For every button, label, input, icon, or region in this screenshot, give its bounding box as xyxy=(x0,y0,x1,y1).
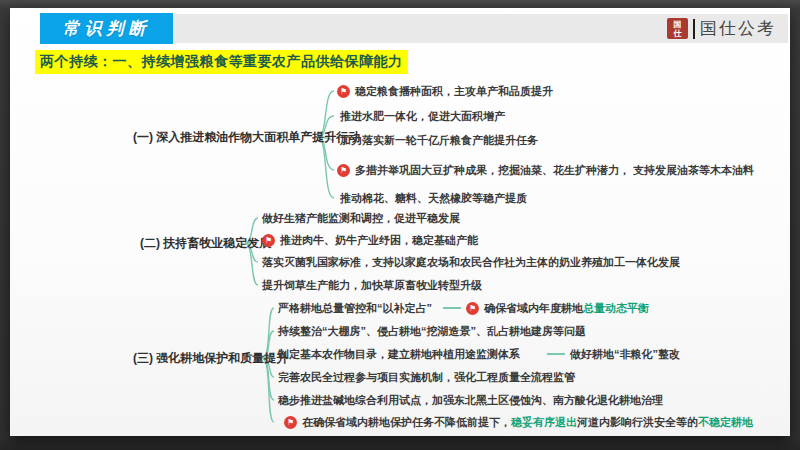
map-item: 稳步推进盐碱地综合利用试点，加强东北黑土区侵蚀沟、南方酸化退化耕地治理 xyxy=(278,393,663,407)
map-item-line-1: 多措并举巩固大豆扩种成果，挖掘油菜、花生扩种潜力， xyxy=(355,164,630,176)
map-item-text: 稳定粮食播种面积，主攻单产和品质提升 xyxy=(355,84,553,98)
map-item-text: 提升饲草生产能力，加快草原畜牧业转型升级 xyxy=(262,278,482,292)
map-item-text: 完善农民全过程参与项目实施机制，强化工程质量全流程监管 xyxy=(278,370,575,384)
map-item: 制定基本农作物目录，建立耕地种植用途监测体系 做好耕地“非粮化”整改 xyxy=(278,347,680,361)
brand-logo: 国 仕 国仕公考 xyxy=(667,14,776,43)
map-item: 加力落实新一轮千亿斤粮食产能提升任务 xyxy=(340,133,538,147)
map-item: 做好生猪产能监测和调控，促进平稳发展 xyxy=(262,211,460,225)
slide-title: 两个持续：一、持续增强粮食等重要农产品供给保障能力 xyxy=(35,50,408,74)
map-item: ⚑ 稳定粮食播种面积，主攻单产和品质提升 xyxy=(337,84,553,98)
section-banner-label: 常识判断 xyxy=(63,17,151,40)
map-item-text: 推进水肥一体化，促进大面积增产 xyxy=(340,109,505,123)
flag-marker-icon: ⚑ xyxy=(337,85,350,98)
branch-2-label: (二) 扶持畜牧业稳定发展 xyxy=(140,235,271,252)
brand-name: 国仕公考 xyxy=(700,17,776,40)
map-item-line-2: 支持发展油茶等木本油料 xyxy=(633,164,754,176)
brand-seal-icon: 国 仕 xyxy=(667,18,688,39)
map-item: 推动棉花、糖料、天然橡胶等稳产提质 xyxy=(340,191,527,205)
map-item-note: 确保省域内年度耕地总量动态平衡 xyxy=(484,301,649,315)
note-text: 确保省域内年度耕地 xyxy=(484,302,583,314)
flag-marker-icon: ⚑ xyxy=(284,416,297,429)
map-item-text: 多措并举巩固大豆扩种成果，挖掘油菜、花生扩种潜力， 支持发展油茶等木本油料 xyxy=(355,163,754,177)
map-item: ⚑ 推进肉牛、奶牛产业纾困，稳定基础产能 xyxy=(262,233,478,247)
map-item: 提升饲草生产能力，加快草原畜牧业转型升级 xyxy=(262,278,482,292)
segment-text-highlight: 不稳定耕地 xyxy=(698,416,753,428)
map-item-text: 持续整治“大棚房”、侵占耕地“挖湖造景”、乱占耕地建房等问题 xyxy=(278,324,586,338)
map-item-text: 加力落实新一轮千亿斤粮食产能提升任务 xyxy=(340,133,538,147)
map-item-text: 稳步推进盐碱地综合利用试点，加强东北黑土区侵蚀沟、南方酸化退化耕地治理 xyxy=(278,393,663,407)
branch-3-label: (三) 强化耕地保护和质量提升 xyxy=(133,350,288,367)
map-item-text: 在确保省域内耕地保护任务不降低前提下，稳妥有序退出河道内影响行洪安全等的不稳定耕… xyxy=(302,415,753,429)
segment-text: 在确保省域内耕地保护任务不降低前提下， xyxy=(302,416,511,428)
map-item: 持续整治“大棚房”、侵占耕地“挖湖造景”、乱占耕地建房等问题 xyxy=(278,324,586,338)
map-item-text: 落实灭菌乳国家标准，支持以家庭农场和农民合作社为主体的奶业养殖加工一体化发展 xyxy=(262,255,680,269)
flag-marker-icon: ⚑ xyxy=(466,302,479,315)
map-item: ⚑ 在确保省域内耕地保护任务不降低前提下，稳妥有序退出河道内影响行洪安全等的不稳… xyxy=(284,415,753,429)
flag-marker-icon: ⚑ xyxy=(262,234,275,247)
map-item: 严格耕地总量管控和“以补定占” ⚑ 确保省域内年度耕地总量动态平衡 xyxy=(278,301,649,315)
map-item-text: 推动棉花、糖料、天然橡胶等稳产提质 xyxy=(340,191,527,205)
map-item-note: 做好耕地“非粮化”整改 xyxy=(570,347,680,361)
map-item-text: 推进肉牛、奶牛产业纾困，稳定基础产能 xyxy=(280,233,478,247)
segment-text: 河道内影响行洪安全等的 xyxy=(577,416,698,428)
branch-1-label: (一) 深入推进粮油作物大面积单产提升行动 xyxy=(133,129,360,146)
seal-char-2: 仕 xyxy=(674,29,682,38)
map-item: 完善农民全过程参与项目实施机制，强化工程质量全流程监管 xyxy=(278,370,575,384)
note-connector-line xyxy=(443,307,461,309)
map-item: ⚑ 多措并举巩固大豆扩种成果，挖掘油菜、花生扩种潜力， 支持发展油茶等木本油料 xyxy=(337,163,754,177)
map-item-text: 做好生猪产能监测和调控，促进平稳发展 xyxy=(262,211,460,225)
flag-marker-icon: ⚑ xyxy=(337,164,350,177)
section-banner: 常识判断 xyxy=(40,13,173,44)
map-item-text: 制定基本农作物目录，建立耕地种植用途监测体系 xyxy=(278,347,520,361)
map-item: 落实灭菌乳国家标准，支持以家庭农场和农民合作社为主体的奶业养殖加工一体化发展 xyxy=(262,255,680,269)
note-connector-line xyxy=(547,353,565,355)
seal-char-1: 国 xyxy=(674,20,682,29)
logo-divider xyxy=(693,19,695,39)
segment-text-highlight: 稳妥有序退出 xyxy=(511,416,577,428)
screenshot-stage: 常识判断 国 仕 国仕公考 两个持续：一、持续增强粮食等重要农产品供给保障能力 xyxy=(0,0,800,450)
note-text-highlight: 总量动态平衡 xyxy=(583,302,649,314)
map-item: 推进水肥一体化，促进大面积增产 xyxy=(340,109,505,123)
map-item-text: 严格耕地总量管控和“以补定占” xyxy=(278,301,432,315)
